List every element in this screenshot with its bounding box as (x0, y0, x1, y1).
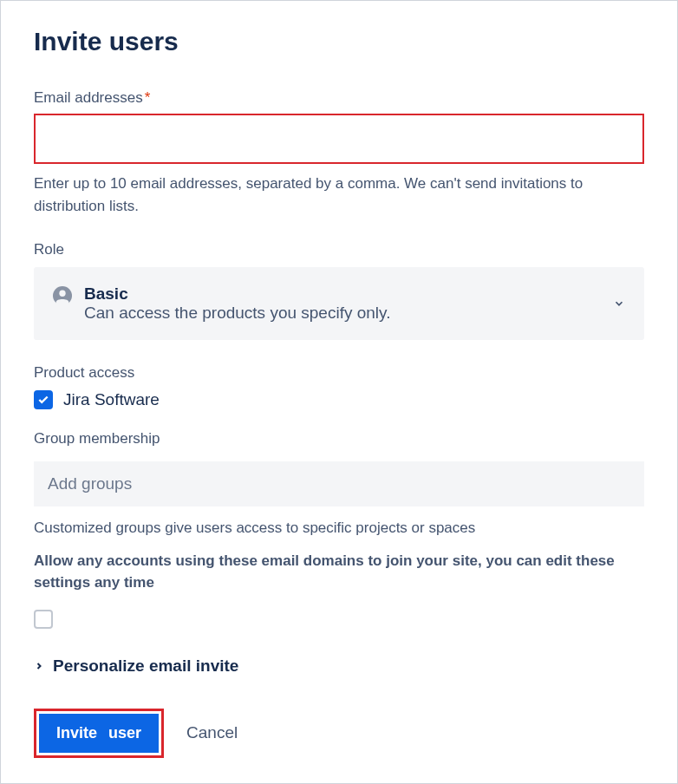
required-marker: * (145, 89, 151, 106)
role-select[interactable]: Basic Can access the products you specif… (34, 267, 644, 340)
svg-point-1 (59, 291, 65, 297)
personalize-email-toggle[interactable]: Personalize email invite (34, 657, 644, 676)
chevron-down-icon (613, 297, 625, 310)
email-label-text: Email addresses (34, 89, 143, 106)
allow-domains-checkbox[interactable] (34, 610, 53, 629)
role-label: Role (34, 241, 644, 258)
checkmark-icon (37, 394, 49, 406)
email-label: Email addresses* (34, 89, 644, 107)
email-input[interactable] (34, 114, 644, 164)
cancel-button[interactable]: Cancel (186, 723, 238, 742)
invite-user-button[interactable]: Invite user (39, 714, 159, 753)
group-membership-input[interactable] (34, 461, 644, 506)
chevron-right-icon (34, 661, 44, 671)
role-description: Can access the products you specify only… (84, 304, 390, 323)
invite-button-highlight: Invite user (34, 709, 164, 758)
product-access-item: Jira Software (34, 390, 644, 409)
allow-domains-text: Allow any accounts using these email dom… (34, 550, 644, 594)
person-icon (53, 286, 72, 305)
product-label: Jira Software (63, 390, 160, 409)
personalize-label: Personalize email invite (53, 657, 238, 676)
group-membership-label: Group membership (34, 430, 644, 448)
jira-software-checkbox[interactable] (34, 390, 53, 409)
email-helper-text: Enter up to 10 email addresses, separate… (34, 173, 644, 217)
role-title: Basic (84, 284, 390, 304)
page-title: Invite users (34, 27, 644, 56)
product-access-label: Product access (34, 364, 644, 382)
group-membership-helper: Customized groups give users access to s… (34, 517, 644, 539)
